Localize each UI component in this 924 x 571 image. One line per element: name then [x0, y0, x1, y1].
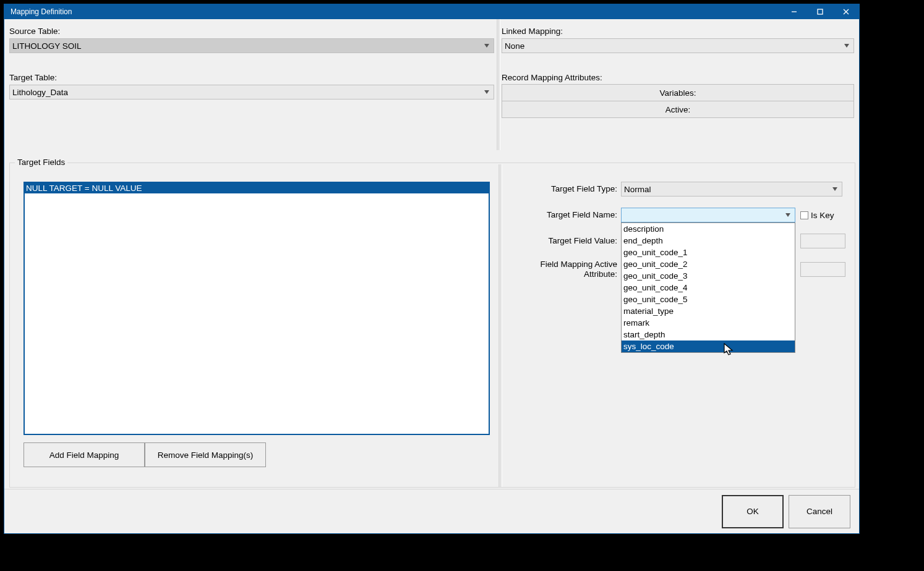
target-field-name-dropdown[interactable]: descriptionend_depthgeo_unit_code_1geo_u…: [621, 222, 795, 353]
remove-field-mapping-button[interactable]: Remove Field Mapping(s): [145, 442, 266, 467]
chevron-down-icon: [481, 40, 492, 51]
target-table-label: Target Table:: [9, 73, 494, 82]
field-mapping-active-attribute-label: Field Mapping Active Attribute:: [510, 260, 621, 279]
dropdown-option[interactable]: geo_unit_code_1: [622, 247, 795, 258]
linked-mapping-combo[interactable]: None: [502, 38, 854, 53]
target-field-type-label: Target Field Type:: [510, 184, 621, 194]
target-field-name-label: Target Field Name:: [510, 210, 621, 220]
record-attr-variables[interactable]: Variables:: [502, 84, 854, 101]
is-key-checkbox[interactable]: [800, 211, 808, 219]
mapping-definition-window: Mapping Definition Source Table: LITHOLO…: [4, 4, 860, 534]
target-fields-list[interactable]: NULL TARGET = NULL VALUE: [24, 182, 490, 435]
dropdown-option[interactable]: geo_unit_code_4: [622, 282, 795, 294]
dropdown-option[interactable]: start_depth: [622, 329, 795, 340]
titlebar: Mapping Definition: [4, 4, 859, 19]
target-field-value-label: Target Field Value:: [510, 236, 621, 246]
source-table-combo: LITHOLOGY SOIL: [9, 38, 494, 53]
list-item[interactable]: NULL TARGET = NULL VALUE: [25, 183, 489, 193]
record-mapping-attributes-label: Record Mapping Attributes:: [502, 73, 854, 82]
vertical-separator: [497, 19, 500, 150]
svg-marker-8: [785, 213, 790, 217]
dropdown-option[interactable]: geo_unit_code_3: [622, 270, 795, 282]
svg-marker-6: [844, 44, 849, 48]
chevron-down-icon: [829, 184, 841, 195]
target-fields-group: Target Fields NULL TARGET = NULL VALUE A…: [9, 163, 855, 488]
target-field-name-combo[interactable]: [621, 208, 795, 222]
is-key-label: Is Key: [811, 211, 834, 220]
dropdown-option[interactable]: geo_unit_code_5: [622, 294, 795, 305]
chevron-down-icon: [782, 209, 794, 221]
dropdown-option[interactable]: geo_unit_code_2: [622, 258, 795, 270]
dropdown-option[interactable]: end_depth: [622, 235, 795, 247]
svg-marker-5: [484, 90, 489, 94]
target-table-combo[interactable]: Lithology_Data: [9, 85, 494, 99]
dialog-footer: OK Cancel: [4, 489, 859, 533]
linked-mapping-label: Linked Mapping:: [502, 27, 854, 36]
maximize-button[interactable]: [807, 4, 833, 19]
cancel-button[interactable]: Cancel: [789, 495, 850, 528]
svg-marker-7: [832, 187, 837, 191]
dropdown-option[interactable]: material_type: [622, 305, 795, 317]
chevron-down-icon: [481, 87, 492, 98]
target-fields-caption: Target Fields: [15, 158, 67, 167]
dropdown-option[interactable]: description: [622, 223, 795, 235]
window-title: Mapping Definition: [11, 7, 72, 16]
ok-button[interactable]: OK: [722, 495, 784, 528]
dropdown-option[interactable]: remark: [622, 317, 795, 329]
add-field-mapping-button[interactable]: Add Field Mapping: [24, 442, 145, 467]
record-attr-active[interactable]: Active:: [502, 101, 854, 118]
target-field-type-combo[interactable]: Normal: [621, 182, 842, 197]
minimize-button[interactable]: [781, 4, 807, 19]
close-button[interactable]: [833, 4, 859, 19]
chevron-down-icon: [841, 40, 852, 51]
svg-marker-4: [484, 44, 489, 48]
target-field-value-button[interactable]: [800, 234, 845, 248]
vertical-separator: [498, 164, 502, 487]
dropdown-option[interactable]: sys_loc_code: [622, 340, 795, 352]
field-mapping-active-attribute-button[interactable]: [800, 262, 845, 277]
source-table-label: Source Table:: [9, 27, 494, 36]
svg-rect-1: [818, 9, 823, 14]
